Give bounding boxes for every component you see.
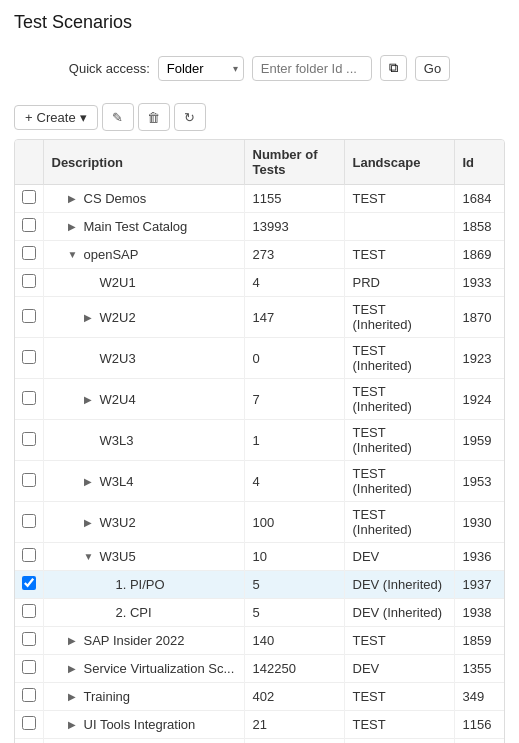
row-description-cell: ▶W3L4 <box>43 461 244 502</box>
row-description-cell: ▼openSAP <box>43 241 244 269</box>
row-checkbox-cell <box>15 543 43 571</box>
quick-access-bar: Quick access: Folder Scenario ▾ ⧉ Go <box>14 47 505 89</box>
row-checkbox[interactable] <box>22 716 36 730</box>
row-landscape: TEST <box>344 627 454 655</box>
row-description-cell: ▶CS Demos <box>43 185 244 213</box>
row-checkbox-cell <box>15 627 43 655</box>
refresh-button[interactable]: ↻ <box>174 103 206 131</box>
row-num-tests: 273 <box>244 241 344 269</box>
table-row: 1. PI/PO5DEV (Inherited)1937 <box>15 571 504 599</box>
expand-right-icon[interactable]: ▶ <box>68 719 80 730</box>
row-checkbox[interactable] <box>22 274 36 288</box>
row-checkbox-cell <box>15 461 43 502</box>
row-description-cell: ▶Service Virtualization Sc... <box>43 655 244 683</box>
row-checkbox[interactable] <box>22 604 36 618</box>
row-num-tests: 5 <box>244 571 344 599</box>
copy-icon: ⧉ <box>389 60 398 76</box>
row-landscape: TEST (Inherited) <box>344 461 454 502</box>
row-checkbox[interactable] <box>22 432 36 446</box>
row-id: 1933 <box>454 269 504 297</box>
row-checkbox-cell <box>15 338 43 379</box>
row-checkbox[interactable] <box>22 218 36 232</box>
table-row: ▶Training402TEST349 <box>15 683 504 711</box>
row-landscape: TEST <box>344 683 454 711</box>
table-row: ▶W3U2100TEST (Inherited)1930 <box>15 502 504 543</box>
row-description-text: SAP Insider 2022 <box>84 633 185 648</box>
row-description-cell: W2U1 <box>43 269 244 297</box>
table-row: W2U14PRD1933 <box>15 269 504 297</box>
row-description-text: Training <box>84 689 130 704</box>
header-checkbox-cell <box>15 140 43 185</box>
expand-right-icon[interactable]: ▶ <box>68 635 80 646</box>
row-description-text: CS Demos <box>84 191 147 206</box>
create-dropdown-icon: ▾ <box>80 110 87 125</box>
row-description-text: Main Test Catalog <box>84 219 188 234</box>
expand-right-icon[interactable]: ▶ <box>84 476 96 487</box>
row-landscape: TEST (Inherited) <box>344 379 454 420</box>
go-button[interactable]: Go <box>415 56 450 81</box>
row-num-tests: 100 <box>244 502 344 543</box>
row-landscape: TEST (Inherited) <box>344 338 454 379</box>
table-row: ▶W2U47TEST (Inherited)1924 <box>15 379 504 420</box>
expand-right-icon[interactable]: ▶ <box>68 663 80 674</box>
row-checkbox[interactable] <box>22 688 36 702</box>
row-checkbox[interactable] <box>22 246 36 260</box>
expand-right-icon[interactable]: ▶ <box>68 221 80 232</box>
page-title: Test Scenarios <box>14 12 505 33</box>
expand-right-icon[interactable]: ▶ <box>84 394 96 405</box>
row-description-cell: W3L3 <box>43 420 244 461</box>
row-checkbox[interactable] <box>22 350 36 364</box>
row-num-tests: 147 <box>244 297 344 338</box>
table-row: ▼W3U510DEV1936 <box>15 543 504 571</box>
row-landscape: TEST <box>344 711 454 739</box>
row-num-tests: 4 <box>244 461 344 502</box>
row-id: 1859 <box>454 627 504 655</box>
row-num-tests: 1 <box>244 420 344 461</box>
row-id: 824 <box>454 739 504 744</box>
row-checkbox-cell <box>15 297 43 338</box>
row-id: 1870 <box>454 297 504 338</box>
row-checkbox[interactable] <box>22 190 36 204</box>
table-row: ▶SAP Insider 2022140TEST1859 <box>15 627 504 655</box>
row-num-tests: 10 <box>244 543 344 571</box>
row-num-tests: 13993 <box>244 213 344 241</box>
expand-right-icon[interactable]: ▶ <box>84 517 96 528</box>
header-num-tests: Number of Tests <box>244 140 344 185</box>
create-label: Create <box>37 110 76 125</box>
header-id: Id <box>454 140 504 185</box>
row-description-cell: ▼W3U5 <box>43 543 244 571</box>
row-checkbox[interactable] <box>22 632 36 646</box>
create-icon: + <box>25 110 33 125</box>
row-id: 349 <box>454 683 504 711</box>
row-description-text: W2U4 <box>100 392 136 407</box>
row-description-cell: ▶Training <box>43 683 244 711</box>
row-checkbox[interactable] <box>22 514 36 528</box>
row-checkbox[interactable] <box>22 548 36 562</box>
header-description: Description <box>43 140 244 185</box>
row-checkbox-cell <box>15 241 43 269</box>
copy-button[interactable]: ⧉ <box>380 55 407 81</box>
table-body: ▶CS Demos1155TEST1684▶Main Test Catalog1… <box>15 185 504 744</box>
expand-down-icon[interactable]: ▼ <box>68 249 80 260</box>
folder-id-input[interactable] <box>252 56 372 81</box>
folder-select[interactable]: Folder Scenario <box>158 56 244 81</box>
row-num-tests: 142250 <box>244 655 344 683</box>
row-checkbox[interactable] <box>22 576 36 590</box>
delete-button[interactable]: 🗑 <box>138 103 170 131</box>
expand-down-icon[interactable]: ▼ <box>84 551 96 562</box>
row-description-cell: ▶Users <box>43 739 244 744</box>
create-button[interactable]: + Create ▾ <box>14 105 98 130</box>
row-checkbox[interactable] <box>22 473 36 487</box>
expand-right-icon[interactable]: ▶ <box>84 312 96 323</box>
row-checkbox[interactable] <box>22 309 36 323</box>
row-landscape <box>344 213 454 241</box>
row-landscape: DEV <box>344 655 454 683</box>
row-num-tests: 0 <box>244 338 344 379</box>
expand-right-icon[interactable]: ▶ <box>68 691 80 702</box>
row-checkbox[interactable] <box>22 391 36 405</box>
row-id: 1924 <box>454 379 504 420</box>
edit-button[interactable]: ✎ <box>102 103 134 131</box>
row-checkbox-cell <box>15 420 43 461</box>
row-checkbox[interactable] <box>22 660 36 674</box>
expand-right-icon[interactable]: ▶ <box>68 193 80 204</box>
